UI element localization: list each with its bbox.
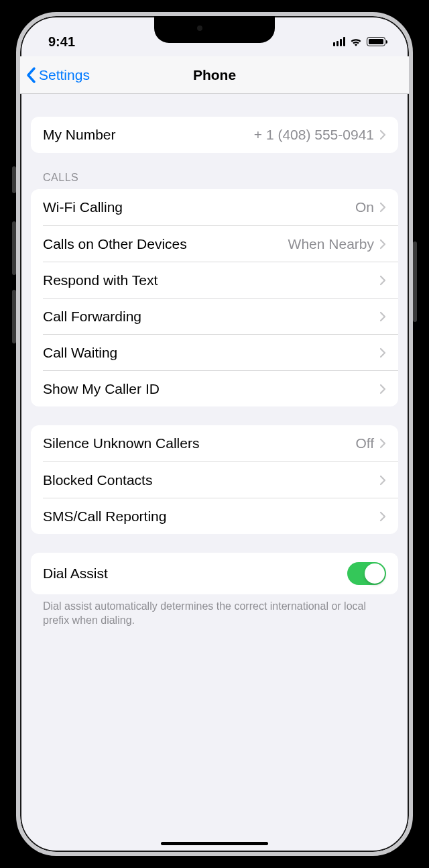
row-blocked-contacts[interactable]: Blocked Contacts (43, 462, 398, 498)
row-label: SMS/Call Reporting (43, 508, 166, 525)
row-label: Dial Assist (43, 565, 108, 582)
row-call-forwarding[interactable]: Call Forwarding (43, 298, 398, 334)
row-label: Show My Caller ID (43, 381, 160, 397)
back-button[interactable]: Settings (25, 66, 90, 84)
status-time: 9:41 (48, 34, 75, 50)
row-label: Call Forwarding (43, 309, 141, 325)
cellular-signal-icon (333, 37, 345, 46)
row-value: When Nearby (288, 236, 374, 252)
row-value: On (355, 199, 374, 215)
chevron-left-icon (25, 66, 38, 84)
row-label: Calls on Other Devices (43, 236, 187, 252)
row-show-caller-id[interactable]: Show My Caller ID (43, 370, 398, 406)
row-silence-unknown-callers[interactable]: Silence Unknown Callers Off (31, 425, 398, 462)
chevron-right-icon (379, 475, 386, 486)
back-label: Settings (39, 67, 90, 83)
chevron-right-icon (379, 438, 386, 449)
battery-icon (367, 37, 387, 46)
row-label: Wi-Fi Calling (43, 199, 123, 215)
row-my-number[interactable]: My Number + 1 (408) 555-0941 (31, 117, 398, 153)
row-label: Silence Unknown Callers (43, 435, 199, 451)
dial-assist-footer: Dial assist automatically determines the… (31, 594, 398, 628)
row-value: + 1 (408) 555-0941 (254, 127, 374, 143)
home-indicator[interactable] (161, 842, 268, 845)
chevron-right-icon (379, 311, 386, 322)
row-calls-other-devices[interactable]: Calls on Other Devices When Nearby (43, 225, 398, 262)
row-label: My Number (43, 127, 116, 143)
settings-content[interactable]: My Number + 1 (408) 555-0941 CALLS Wi-Fi… (20, 94, 409, 852)
row-dial-assist: Dial Assist (31, 553, 398, 594)
phone-screen: 9:41 Settings Phone (16, 12, 413, 856)
chevron-right-icon (379, 511, 386, 522)
page-title: Phone (193, 67, 236, 83)
section-header-calls: CALLS (31, 172, 398, 189)
dial-assist-toggle[interactable] (347, 562, 386, 585)
row-label: Blocked Contacts (43, 472, 152, 488)
chevron-right-icon (379, 275, 386, 286)
nav-bar: Settings Phone (20, 56, 409, 94)
chevron-right-icon (379, 384, 386, 394)
row-label: Call Waiting (43, 345, 117, 361)
row-call-waiting[interactable]: Call Waiting (43, 334, 398, 370)
chevron-right-icon (379, 202, 386, 213)
row-label: Respond with Text (43, 272, 158, 288)
row-respond-with-text[interactable]: Respond with Text (43, 262, 398, 298)
chevron-right-icon (379, 129, 386, 140)
chevron-right-icon (379, 347, 386, 358)
row-value: Off (355, 435, 374, 451)
phone-notch (154, 16, 275, 43)
wifi-icon (349, 37, 363, 47)
chevron-right-icon (379, 239, 386, 250)
row-sms-call-reporting[interactable]: SMS/Call Reporting (43, 498, 398, 534)
row-wifi-calling[interactable]: Wi-Fi Calling On (31, 189, 398, 225)
phone-power-button (413, 241, 417, 322)
